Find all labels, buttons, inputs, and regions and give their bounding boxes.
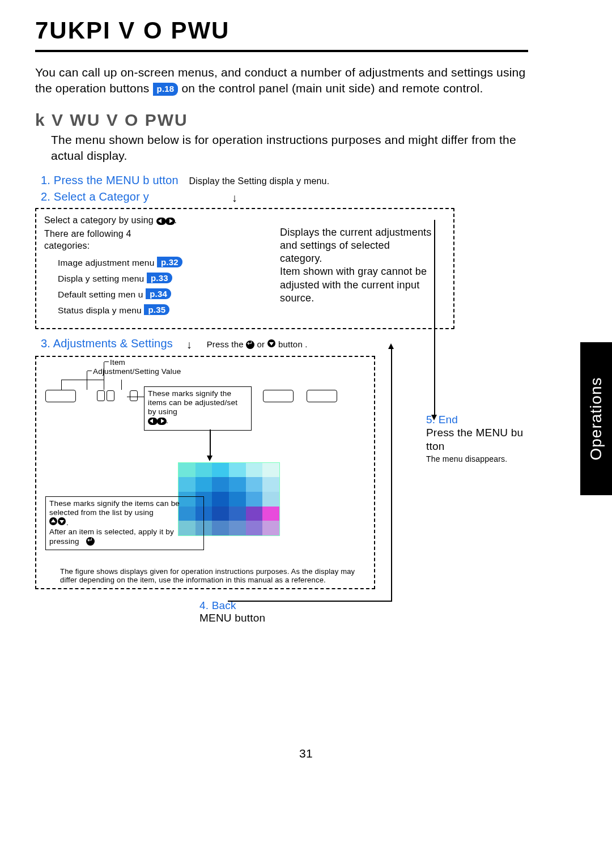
side-tab-label: Operations	[587, 377, 605, 461]
cat-desc-a: Select a category by using	[44, 215, 156, 225]
step-3-desc: Press the or button .	[207, 339, 308, 349]
step-3-title: 3. Adjustments & Settings	[41, 337, 173, 350]
enter-icon	[246, 341, 254, 349]
page-ref-p32[interactable]: p.32	[157, 257, 182, 267]
cat1-label: Image adjustment menu	[58, 258, 154, 267]
category-count-note: There are following 4 categories:	[44, 228, 158, 252]
s3b: or	[254, 339, 267, 349]
step-5-desc: Press the MENU bu tton	[426, 426, 534, 453]
cat-item-4: Status displa y menu p.35	[58, 304, 445, 316]
callout1-a: These marks signify the items can be adj…	[148, 389, 237, 416]
step-2-title: 2. Select a Categor y ↓	[41, 190, 528, 205]
arrow-down-icon: ↓	[186, 338, 192, 351]
page-ref-p34[interactable]: p.34	[146, 288, 171, 299]
diagram-box: Item Adjustment/Setting Value These mark…	[35, 356, 375, 589]
category-right-note: Displays the current adjustments and set…	[280, 226, 433, 304]
step-1-title: 1. Press the MENU b utton	[41, 174, 178, 186]
c2b: .	[66, 518, 69, 527]
select-box	[307, 390, 337, 402]
step-1-desc: Display the Setting displa y menu.	[189, 176, 330, 186]
left-right-icon	[148, 418, 166, 427]
page-ref-p35[interactable]: p.35	[144, 304, 169, 315]
arrow-down-icon: ↓	[232, 192, 237, 205]
step-3-row: 3. Adjustments & Settings ↓ Press the or…	[41, 337, 528, 351]
down-icon	[267, 339, 275, 347]
page-number: 31	[0, 747, 612, 760]
cat4-label: Status displa y menu	[58, 305, 142, 315]
page-ref-p18[interactable]: p.18	[153, 83, 178, 95]
s3c: button .	[276, 339, 308, 349]
intro-text: You can call up on-screen menus, and con…	[35, 65, 528, 97]
callout-select: These marks signify the items can be sel…	[45, 496, 204, 550]
left-right-icon	[156, 216, 175, 228]
step-5-title: 5. End	[426, 414, 534, 426]
step-5-note: The menu disappears.	[426, 454, 534, 463]
step-1-row: 1. Press the MENU b utton Display the Se…	[35, 174, 528, 187]
page-title: 7UKPI V O PWU	[35, 17, 528, 52]
step-5-block: 5. End Press the MENU bu tton The menu d…	[426, 414, 534, 463]
select-box	[263, 390, 294, 402]
step-2-label: 2. Select a Categor y	[41, 190, 149, 203]
select-box	[45, 390, 76, 402]
cat2-label: Displa y setting menu	[58, 274, 144, 283]
intro-b: on the control panel (main unit side) an…	[178, 82, 483, 95]
diagram-footnote: The figure shows displays given for oper…	[60, 567, 366, 585]
section-subtitle: k V WU V O PWU	[35, 110, 528, 130]
s3a: Press the	[207, 339, 246, 349]
enter-icon	[86, 537, 95, 546]
cat3-label: Default setting men u	[58, 290, 143, 299]
chip	[97, 390, 105, 401]
section-desc: The menu shown below is for operation in…	[51, 132, 528, 164]
chip	[130, 390, 138, 401]
page-ref-p33[interactable]: p.33	[147, 273, 172, 283]
side-tab-operations: Operations	[580, 342, 612, 495]
category-box: Select a category by using . There are f…	[35, 208, 454, 329]
up-down-icon	[49, 518, 66, 527]
callout-adjust: These marks signify the items can be adj…	[144, 386, 252, 431]
c2c: After an item is selected, apply it by p…	[49, 527, 174, 545]
step-4-sub: MENU button	[199, 612, 528, 624]
label-adj-value: Adjustment/Setting Value	[93, 367, 181, 376]
c2a: These marks signify the items can be sel…	[49, 499, 180, 517]
label-item: Item	[110, 358, 125, 367]
chip	[107, 390, 114, 401]
